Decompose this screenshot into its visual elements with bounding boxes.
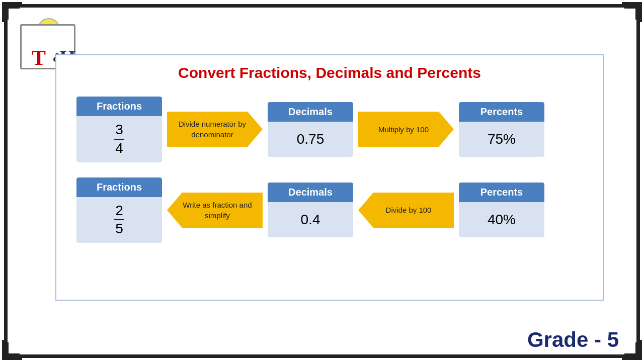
arrow-right-2: Multiply by 100 (358, 109, 454, 149)
grade-label: Grade - 5 (527, 328, 619, 352)
fraction-num-1: 3 (115, 122, 123, 138)
page: T & H Convert Fractions, Decimals and Pe… (0, 0, 644, 362)
fraction-den-1: 4 (115, 141, 123, 156)
percents-box-1: Percents 75% (459, 102, 544, 157)
decimals-value-2: 0.4 (268, 202, 353, 237)
percents-header-1: Percents (459, 102, 544, 122)
fraction-line-2 (114, 219, 124, 220)
percents-header-2: Percents (459, 183, 544, 202)
arrow-right-text-2: Multiply by 100 (373, 124, 439, 135)
percents-value-2: 40% (459, 202, 544, 237)
logo-t: T (32, 46, 46, 70)
decimals-box-2: Decimals 0.4 (268, 183, 353, 237)
fraction-line-1 (114, 139, 124, 140)
fractions-header-1: Fractions (76, 97, 162, 116)
percents-value-1: 75% (459, 122, 544, 157)
decimals-header-1: Decimals (268, 102, 353, 122)
arrow-left-text-2: Divide by 100 (376, 205, 437, 215)
fractions-box-2: Fractions 2 5 (76, 177, 162, 243)
fractions-header-2: Fractions (76, 177, 162, 197)
fraction-2: 2 5 (114, 203, 124, 237)
arrow-right-text-1: Divide numerator by denominator (167, 119, 263, 140)
fraction-1: 3 4 (114, 122, 124, 156)
percents-box-2: Percents 40% (459, 183, 544, 237)
decimals-box-1: Decimals 0.75 (268, 102, 353, 157)
corner-inner-bl (7, 342, 20, 355)
arrow-left-2: Divide by 100 (358, 190, 454, 230)
main-content-box: Convert Fractions, Decimals and Percents… (55, 54, 604, 301)
conversion-row-2: Fractions 2 5 Write as fraction and (76, 177, 583, 243)
main-title: Convert Fractions, Decimals and Percents (56, 55, 603, 86)
fractions-value-1: 3 4 (76, 116, 162, 162)
conversion-row-1: Fractions 3 4 Divide numerator by de (76, 97, 583, 162)
corner-inner-tr (624, 7, 637, 20)
rows-container: Fractions 3 4 Divide numerator by de (56, 86, 603, 253)
arrow-left-1: Write as fraction and simplify (167, 190, 263, 230)
decimals-value-1: 0.75 (268, 122, 353, 157)
arrow-left-text-1: Write as fraction and simplify (167, 200, 263, 221)
corner-inner-br (624, 342, 637, 355)
fraction-num-2: 2 (115, 203, 123, 219)
fraction-den-2: 5 (115, 221, 123, 237)
fractions-value-2: 2 5 (76, 197, 162, 243)
arrow-right-1: Divide numerator by denominator (167, 109, 263, 149)
decimals-header-2: Decimals (268, 183, 353, 202)
fractions-box-1: Fractions 3 4 (76, 97, 162, 162)
